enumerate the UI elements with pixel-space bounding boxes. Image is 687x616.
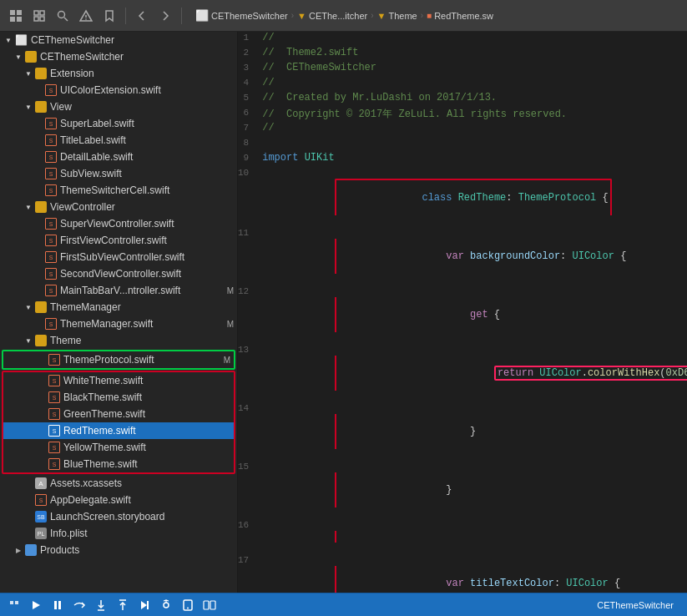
toolbar: ⬜ CEThemeSwitcher › ▼ CEThe...itcher › ▼… [0,0,687,32]
bottom-play-icon[interactable] [28,598,43,613]
code-line-1: 1 // [238,32,687,47]
sidebar-item-viewcontroller[interactable]: ▼ ViewController [0,199,237,215]
breadcrumb-folder1[interactable]: ▼ CEThe...itcher [297,11,367,21]
code-line-14: 14 } [238,402,687,461]
sidebar-label-view: View [50,101,237,113]
sidebar-item-subview[interactable]: ▶ S SubView.swift [0,165,237,182]
code-table: 1 // 2 // Theme2.swift 3 // CEThemeSwitc… [238,32,687,593]
code-line-2: 2 // Theme2.swift [238,47,687,62]
breadcrumb-folder2[interactable]: ▼ Theme [377,11,417,21]
sidebar-label-products: Products [40,544,237,556]
sidebar-label-superlabel: SuperLabel.swift [60,118,237,129]
sidebar-item-uicolorext[interactable]: ▶ S UIColorExtension.swift [0,82,237,98]
main-layout: ▼ ⬜ CEThemeSwitcher ▼ CEThemeSwitcher ▼ … [0,32,687,593]
badge-thememanagerswift: M [227,320,234,329]
line-num-5: 5 [238,92,259,107]
sidebar-item-supervc[interactable]: ▶ S SuperViewController.swift [0,215,237,232]
svg-line-9 [64,18,68,21]
bottom-share-icon[interactable] [159,598,174,613]
line-code-1: // [259,32,687,47]
folder-icon-1: ▼ [297,11,306,21]
line-code-5: // Created by Mr.LuDashi on 2017/1/13. [259,92,687,107]
bottom-pause-icon[interactable] [50,598,65,613]
sidebar-item-thememanagerswift[interactable]: ▶ S ThemeManager.swift M [0,316,237,332]
code-line-15: 15 } [238,461,687,519]
triangle-icon: ▼ [13,52,23,62]
search-icon[interactable] [53,7,72,25]
swift-file-icon-superlabel: S [45,118,57,129]
svg-rect-14 [15,601,18,604]
breadcrumb-project[interactable]: ⬜ CEThemeSwitcher [195,9,288,22]
sidebar-item-greentheme[interactable]: ▶ S GreenTheme.swift [3,406,234,422]
sidebar-label-firstvc: FirstViewController.swift [60,235,237,246]
sidebar-label-blacktheme: BlackTheme.swift [63,391,234,403]
code-line-7: 7 // [238,122,687,137]
sidebar-item-cethemeswitcher[interactable]: ▼ CEThemeSwitcher [0,48,237,65]
swift-file-icon-blacktheme: S [48,391,60,403]
bottom-simulate-icon[interactable] [180,598,195,613]
swift-file-icon-firstsubvc: S [45,251,57,263]
svg-point-23 [164,603,169,608]
folder-yellow-icon-view [35,101,47,113]
line-num-13: 13 [238,344,259,402]
svg-marker-15 [33,601,40,609]
bottom-step-over-icon[interactable] [72,598,87,613]
squares-icon[interactable] [30,7,48,25]
code-line-8: 8 [238,137,687,152]
sidebar-item-maintabbar[interactable]: ▶ S MainTabBarV...ntroller.swift M [0,282,237,299]
sidebar-item-infoplist[interactable]: ▶ PL Info.plist [0,525,237,542]
bottom-scheme-icon[interactable] [202,598,217,613]
sidebar-label-yellowtheme: YellowTheme.swift [63,442,234,453]
breadcrumb-file[interactable]: ■ RedTheme.sw [427,11,493,21]
sidebar-item-theme[interactable]: ▼ Theme [0,332,237,349]
bookmark-icon[interactable] [100,7,119,25]
grid-icon[interactable] [7,7,25,25]
sidebar-item-products[interactable]: ▶ Products [0,542,237,558]
breadcrumb-folder1-label: CEThe...itcher [309,11,367,21]
sidebar-item-firstsubvc[interactable]: ▶ S FirstSubViewController.swift [0,249,237,265]
sidebar-group-themes-red: ▶ S WhiteTheme.swift ▶ S BlackTheme.swif… [2,371,235,474]
sidebar-item-root[interactable]: ▼ ⬜ CEThemeSwitcher [0,32,237,48]
line-code-12: get { [259,285,687,344]
sidebar-item-launchscreen[interactable]: ▶ SB LaunchScreen.storyboard [0,508,237,525]
svg-rect-5 [40,11,44,15]
sidebar-item-superlabel[interactable]: ▶ S SuperLabel.swift [0,115,237,132]
swift-file-icon-appdelegate: S [35,494,47,506]
swift-file-icon-themeprotocol: S [48,354,60,366]
sidebar-item-bluetheme[interactable]: ▶ S BlueTheme.swift [3,456,234,472]
triangle-icon: ▶ [13,545,23,555]
warning-icon[interactable] [77,7,95,25]
sidebar-item-themeprotocol[interactable]: ▶ S ThemeProtocol.swift M [3,351,234,368]
sidebar-item-detaillabel[interactable]: ▶ S DetailLable.swift [0,149,237,165]
sidebar-item-redtheme[interactable]: ▶ S RedTheme.swift [3,422,234,439]
sidebar-item-appdelegate[interactable]: ▶ S AppDelegate.swift [0,492,237,508]
sidebar-item-thememanager[interactable]: ▼ ThemeManager [0,299,237,316]
svg-rect-4 [34,11,38,15]
bottom-debug-icon[interactable] [7,598,22,613]
bottom-continue-icon[interactable] [137,598,152,613]
svg-rect-2 [10,17,15,22]
code-editor[interactable]: 1 // 2 // Theme2.swift 3 // CEThemeSwitc… [238,32,687,593]
sidebar-item-themeswitchercell[interactable]: ▶ S ThemeSwitcherCell.swift [0,182,237,199]
sidebar-item-yellowtheme[interactable]: ▶ S YellowTheme.swift [3,439,234,456]
back-icon[interactable] [133,7,151,25]
sidebar-label-cethemeswitcher: CEThemeSwitcher [40,51,237,63]
sidebar-item-extension[interactable]: ▼ Extension [0,65,237,82]
code-line-13: 13 return UIColor.colorWithHex(0xD62608) [238,344,687,402]
sidebar-item-whitetheme[interactable]: ▶ S WhiteTheme.swift [3,372,234,389]
forward-icon[interactable] [156,7,174,25]
sidebar-item-firstvc[interactable]: ▶ S FirstViewController.swift [0,232,237,249]
bottom-step-into-icon[interactable] [93,598,109,613]
bottom-step-out-icon[interactable] [115,598,130,613]
sidebar-label-firstsubvc: FirstSubViewController.swift [60,251,237,263]
sidebar-item-secondvc[interactable]: ▶ S SecondViewController.swift [0,265,237,282]
line-code-3: // CEThemeSwitcher [259,62,687,77]
sidebar-item-view[interactable]: ▼ View [0,98,237,115]
line-num-17: 17 [238,554,259,593]
sidebar-item-assets[interactable]: ▶ A Assets.xcassets [0,475,237,492]
sidebar-label-viewcontroller: ViewController [50,201,237,213]
line-code-11: var backgroundColor: UIColor { [259,227,687,285]
sidebar-item-titlelabel[interactable]: ▶ S TitleLabel.swift [0,132,237,149]
sidebar-item-blacktheme[interactable]: ▶ S BlackTheme.swift [3,389,234,406]
line-num-3: 3 [238,62,259,77]
